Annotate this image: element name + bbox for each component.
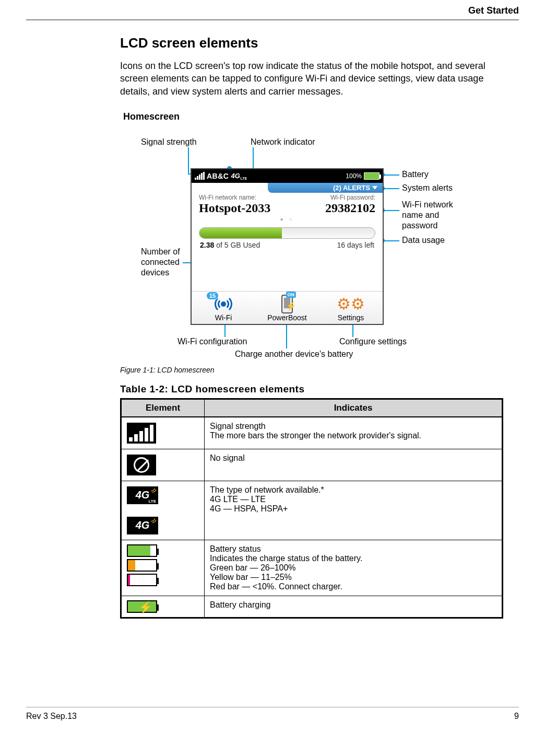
- element-signal-desc: Signal strength The more bars the strong…: [205, 417, 503, 449]
- table-row: ⚡ Battery charging: [121, 596, 503, 618]
- network-badge-text: 4G: [231, 172, 240, 180]
- wifi-name-value: Hotspot-2033: [199, 201, 270, 215]
- battery-charging-icon: ⚡: [127, 600, 157, 613]
- usage-used-value: 2.38: [200, 241, 214, 249]
- footer-page-number: 9: [514, 712, 519, 721]
- page-indicator-dots: ● ○: [192, 216, 383, 222]
- callout-charge-device: Charge another device's battery: [235, 349, 353, 359]
- usage-bar: [199, 227, 375, 239]
- usage-bar-fill: [199, 228, 282, 238]
- 4g-lte-icon: 4G))LTE: [127, 486, 158, 504]
- element-network-desc: The type of network available.* 4G LTE —…: [205, 481, 503, 540]
- usage-used-suffix: of 5 GB Used: [214, 241, 260, 249]
- callout-configure-settings: Configure settings: [339, 336, 407, 347]
- connected-devices-badge: 15: [206, 292, 219, 300]
- callout-battery: Battery: [402, 169, 429, 180]
- section-title: LCD screen elements: [120, 35, 503, 51]
- battery-green-icon: [127, 544, 157, 557]
- usage-used-text: 2.38 of 5 GB Used: [200, 241, 260, 249]
- tab-wifi-label: Wi-Fi: [192, 313, 255, 322]
- element-network-icon-cell: 4G))LTE 4G)): [121, 481, 205, 540]
- tab-powerboost[interactable]: ⚡ON PowerBoost: [255, 295, 319, 322]
- gear-icon: ⚙⚙: [337, 295, 365, 313]
- footer-revision: Rev 3 Sep.13: [26, 712, 77, 721]
- signal-bars-icon: [195, 172, 205, 180]
- element-charging-desc: Battery charging: [205, 596, 503, 618]
- callout-wifi-name-pw: Wi-Fi network name and password: [402, 200, 470, 231]
- table-header-indicates: Indicates: [205, 399, 503, 417]
- alerts-text: (2) ALERTS: [333, 184, 370, 192]
- signal-strength-icon: [127, 423, 156, 444]
- phone-charge-icon: ⚡ON: [281, 295, 293, 313]
- tab-powerboost-label: PowerBoost: [255, 313, 319, 322]
- battery-yellow-icon: [127, 559, 157, 572]
- table-header-element: Element: [121, 399, 205, 417]
- 4g-icon: 4G)): [127, 517, 158, 534]
- callout-line: [188, 147, 189, 173]
- callout-signal-strength: Signal strength: [141, 137, 197, 147]
- carrier-name: AB&C: [207, 172, 229, 180]
- usage-days-left: 16 days left: [337, 241, 374, 249]
- callout-line: [384, 240, 399, 241]
- battery-percentage: 100%: [346, 172, 362, 180]
- alerts-bar[interactable]: (2) ALERTS: [268, 183, 383, 193]
- homescreen-diagram: Signal strength Network indicator Batter…: [120, 137, 503, 362]
- callout-system-alerts: System alerts: [402, 183, 453, 193]
- page-header-section: Get Started: [26, 0, 519, 19]
- elements-table: Element Indicates Signal strength The mo…: [120, 398, 503, 619]
- callout-connected-devices: Number of connected devices: [141, 247, 188, 278]
- network-type-icon: 4GLTE: [231, 172, 240, 180]
- tab-wifi[interactable]: 15 Wi-Fi: [192, 295, 255, 322]
- callout-data-usage: Data usage: [402, 235, 445, 246]
- on-badge: ON: [286, 292, 297, 298]
- chevron-down-icon: [372, 186, 377, 190]
- homescreen-heading: Homescreen: [123, 111, 503, 122]
- element-signal-icon-cell: [121, 417, 205, 449]
- table-title: Table 1-2: LCD homescreen elements: [120, 383, 503, 395]
- element-nosignal-icon-cell: [121, 449, 205, 481]
- callout-wifi-config: Wi-Fi configuration: [177, 336, 247, 347]
- callout-line: [286, 322, 287, 348]
- figure-caption: Figure 1-1: LCD homescreen: [120, 366, 503, 374]
- status-bar: AB&C 4GLTE 100%: [192, 169, 383, 183]
- no-signal-icon: [127, 455, 156, 475]
- element-nosignal-desc: No signal: [205, 449, 503, 481]
- table-row: No signal: [121, 449, 503, 481]
- wifi-password-value: 29382102: [325, 201, 375, 215]
- table-row: Signal strength The more bars the strong…: [121, 417, 503, 449]
- bottom-tabs: 15 Wi-Fi ⚡ON PowerBoost ⚙⚙ Settings: [192, 291, 383, 324]
- battery-red-icon: [127, 574, 157, 586]
- wifi-name-label: Wi-Fi network name:: [199, 194, 270, 201]
- battery-icon: [364, 172, 380, 180]
- wifi-info-row[interactable]: Wi-Fi network name: Hotspot-2033 Wi-Fi p…: [192, 193, 383, 218]
- callout-line: [384, 188, 399, 189]
- table-row: 4G))LTE 4G)) The type of network availab…: [121, 481, 503, 540]
- callout-line: [384, 175, 399, 176]
- tab-settings-label: Settings: [319, 313, 383, 322]
- section-lead: Icons on the LCD screen's top row indica…: [120, 60, 503, 98]
- element-charging-icon-cell: ⚡: [121, 596, 205, 618]
- table-row: Battery status Indicates the charge stat…: [121, 540, 503, 596]
- element-battery-desc: Battery status Indicates the charge stat…: [205, 540, 503, 596]
- network-sub-text: LTE: [240, 177, 247, 180]
- data-usage-panel[interactable]: 2.38 of 5 GB Used 16 days left: [192, 222, 383, 251]
- wifi-password-label: Wi-Fi password:: [325, 194, 375, 201]
- callout-line: [384, 210, 399, 211]
- tab-settings[interactable]: ⚙⚙ Settings: [319, 295, 383, 322]
- lcd-homescreen-device: AB&C 4GLTE 100% (2) ALERTS: [191, 168, 384, 325]
- element-battery-icon-cell: [121, 540, 205, 596]
- header-rule: [26, 19, 519, 20]
- callout-network-indicator: Network indicator: [251, 137, 315, 147]
- page-footer: Rev 3 Sep.13 9: [26, 707, 519, 721]
- callout-line: [253, 147, 254, 168]
